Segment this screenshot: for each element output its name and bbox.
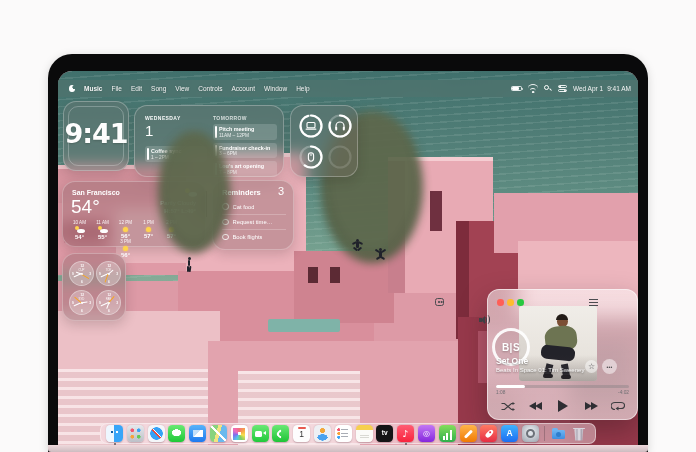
volume-icon[interactable] (479, 315, 490, 324)
menu-item-view[interactable]: View (175, 85, 189, 92)
favorite-star-button[interactable]: ☆ (585, 360, 598, 373)
podcasts-glyph: ◎ (423, 430, 430, 438)
dock-calendar-icon[interactable]: 1 (293, 425, 310, 442)
screen: Music File Edit Song View Controls Accou… (58, 71, 638, 445)
reminder-item[interactable]: Request time… (222, 214, 286, 229)
dock-launchpad-icon[interactable] (127, 425, 144, 442)
dock-downloads-folder-icon[interactable] (550, 425, 567, 442)
apple-menu-icon[interactable] (69, 85, 75, 92)
person-jumping (373, 248, 387, 264)
battery-ring-headphones (327, 113, 353, 139)
calendar-weekday: WEDNESDAY (145, 115, 207, 121)
rewind-icon (535, 402, 542, 410)
menu-item-controls[interactable]: Controls (198, 85, 222, 92)
calendar-event[interactable]: Pitch meeting 11AM – 12PM (213, 124, 277, 140)
person-jumping (350, 239, 364, 255)
airplay-icon[interactable] (463, 306, 472, 315)
menu-bar: Music File Edit Song View Controls Accou… (58, 80, 638, 97)
progress-fill (496, 385, 525, 388)
dock-trash-icon[interactable] (570, 425, 587, 442)
progress-bar[interactable] (496, 385, 629, 388)
wallpaper-shape (430, 191, 442, 231)
close-button[interactable] (497, 299, 504, 306)
calendar-event-time: 11AM – 12PM (219, 133, 274, 138)
previous-button[interactable] (524, 397, 546, 415)
menu-bar-clock[interactable]: Wed Apr 1 9:41 AM (573, 85, 631, 92)
shuffle-button[interactable] (497, 397, 519, 415)
reminder-item[interactable]: Book flights (222, 229, 286, 244)
lyrics-icon[interactable] (435, 298, 444, 306)
dock-settings-icon[interactable] (522, 425, 539, 442)
menu-item-account[interactable]: Account (232, 85, 256, 92)
clock-city-label: CUP (70, 268, 93, 272)
dock-photos-icon[interactable] (231, 425, 248, 442)
dock-podcasts-icon[interactable]: ◎ (418, 425, 435, 442)
star-icon: ☆ (588, 362, 595, 371)
calendar-event-time: 3 – 6PM (219, 151, 274, 156)
menu-item-file[interactable]: File (111, 85, 121, 92)
dock-reminders-icon[interactable] (335, 425, 352, 442)
dock-app-store-icon[interactable]: A (501, 425, 518, 442)
dock-phone-icon[interactable] (272, 425, 289, 442)
pen-glyph (464, 429, 473, 438)
menu-item-music[interactable]: Music (84, 85, 102, 92)
wifi-icon[interactable] (528, 85, 538, 93)
menu-item-edit[interactable]: Edit (131, 85, 142, 92)
calendar-event-title: Fundraiser check-in (219, 145, 274, 151)
track-title: Set One (496, 356, 528, 366)
batteries-widget[interactable] (290, 105, 358, 177)
menu-item-help[interactable]: Help (296, 85, 309, 92)
album-art-figure (556, 314, 568, 320)
clock-face-paris: 12369 PAR (96, 290, 121, 315)
zoom-button[interactable] (517, 299, 524, 306)
reminder-label: Cat food (233, 204, 255, 210)
clock-widget[interactable]: 9:41 (63, 101, 129, 171)
search-icon[interactable] (544, 85, 552, 93)
dock-safari-icon[interactable] (148, 425, 165, 442)
world-clock-widget[interactable]: 12369 CUP 12369 TOK 12369 SYD 12369 PAR (62, 253, 126, 321)
dock-notes-icon[interactable] (356, 425, 373, 442)
play-button[interactable] (552, 397, 574, 415)
next-button[interactable] (580, 397, 602, 415)
dock-facetime-icon[interactable] (252, 425, 269, 442)
sun-icon (123, 246, 128, 251)
dock-mail-icon[interactable] (189, 425, 206, 442)
trash-body (574, 429, 584, 441)
weather-temperature: 54° (71, 196, 100, 218)
dock-messages-icon[interactable] (168, 425, 185, 442)
dock-music-icon[interactable]: ♪ (397, 425, 414, 442)
elapsed-time: 1:08 (496, 390, 505, 395)
weather-hour-temp: 57° (137, 233, 160, 239)
weather-hour-label: 1 PM (137, 220, 160, 225)
repeat-icon (611, 401, 625, 411)
menu-item-song[interactable]: Song (151, 85, 166, 92)
camera-body (255, 431, 262, 437)
menu-item-window[interactable]: Window (264, 85, 287, 92)
minimize-button[interactable] (507, 299, 514, 306)
weather-hour: 11 AM 55° (91, 220, 114, 240)
more-button[interactable]: ••• (602, 359, 617, 374)
dock-maps-icon[interactable] (210, 425, 227, 442)
battery-icon[interactable] (511, 86, 522, 92)
weather-city: San Francisco (72, 189, 120, 196)
album-monogram: B|S (502, 342, 520, 353)
sun-icon (146, 227, 151, 232)
dock-contacts-icon[interactable] (314, 425, 331, 442)
clock-widget-time: 9:41 (64, 118, 128, 149)
dock-rocket-app-icon[interactable] (480, 425, 497, 442)
dock-pages-icon[interactable] (460, 425, 477, 442)
reminder-label: Request time… (233, 219, 273, 225)
dock-finder-icon[interactable] (106, 425, 123, 442)
battery-ring-empty (327, 144, 353, 170)
repeat-button[interactable] (607, 397, 629, 415)
trash-lid (573, 428, 584, 430)
reminders-count: 3 (278, 185, 284, 197)
checkbox-circle-icon[interactable] (222, 234, 229, 241)
reminder-item[interactable]: Cat food (222, 199, 286, 214)
control-center-icon[interactable] (558, 85, 567, 93)
weather-hour: 12 PM 56° (114, 220, 137, 239)
music-mini-player-window[interactable]: B|S Set One Beats In Space 01: Tim Sween… (487, 289, 638, 420)
weather-hour-label: 3 PM (114, 239, 137, 244)
dock-numbers-icon[interactable] (439, 425, 456, 442)
dock-tv-icon[interactable]: tv (376, 425, 393, 442)
